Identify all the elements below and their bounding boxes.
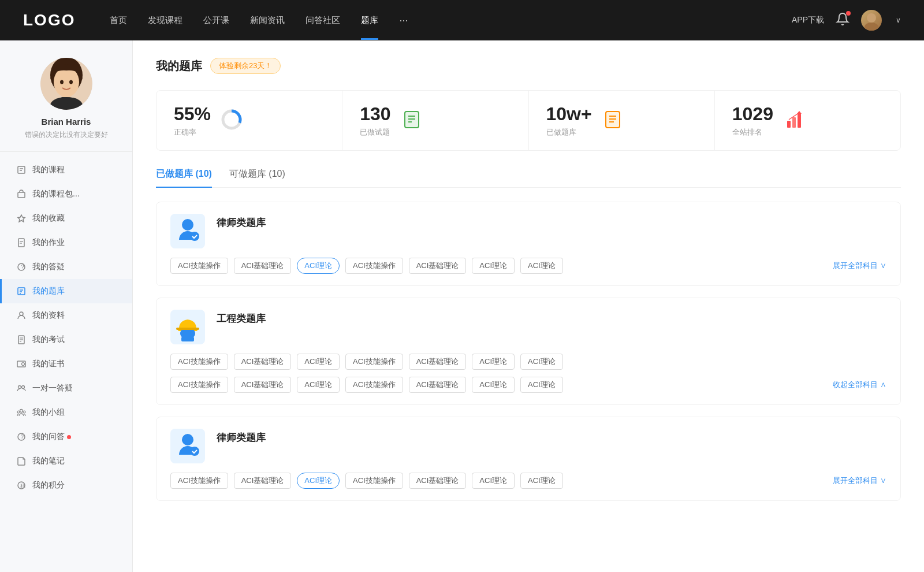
- tag-0-4[interactable]: ACI基础理论: [409, 258, 467, 274]
- tag-1-1[interactable]: ACI基础理论: [234, 354, 292, 370]
- svg-text:?: ?: [21, 434, 24, 440]
- nav-qa[interactable]: 问答社区: [305, 13, 340, 28]
- tag-1-9[interactable]: ACI理论: [297, 377, 340, 393]
- svg-point-29: [22, 363, 25, 366]
- tag-1-4[interactable]: ACI基础理论: [409, 354, 467, 370]
- tag-2-5[interactable]: ACI理论: [472, 473, 515, 489]
- expand-link-2[interactable]: 展开全部科目 ∨: [833, 476, 886, 486]
- tag-2-4[interactable]: ACI基础理论: [409, 473, 467, 489]
- tag-1-8[interactable]: ACI基础理论: [234, 377, 292, 393]
- svg-point-56: [190, 232, 199, 241]
- tag-1-12[interactable]: ACI理论: [472, 377, 515, 393]
- sidebar-item-tutoring[interactable]: 一对一答疑: [0, 376, 132, 400]
- sidebar-item-course[interactable]: 我的课程: [0, 158, 132, 182]
- svg-rect-52: [792, 117, 796, 128]
- sidebar-item-points-label: 我的积分: [32, 480, 65, 491]
- course-icon: [16, 165, 27, 175]
- sidebar-item-profile[interactable]: 我的资料: [0, 303, 132, 328]
- logo[interactable]: LOGO: [23, 11, 75, 29]
- tag-0-3[interactable]: ACI技能操作: [345, 258, 403, 274]
- done-questions-icon: [400, 108, 423, 133]
- page-header: 我的题库 体验剩余23天！: [156, 58, 901, 74]
- app-download[interactable]: APP下载: [792, 15, 824, 25]
- svg-rect-12: [18, 192, 25, 198]
- tag-0-6[interactable]: ACI理论: [520, 258, 563, 274]
- accuracy-label: 正确率: [174, 127, 211, 138]
- nav-more[interactable]: ···: [399, 14, 408, 27]
- lawyer-icon-2: [173, 432, 202, 460]
- tag-2-6[interactable]: ACI理论: [520, 473, 563, 489]
- tag-2-0[interactable]: ACI技能操作: [170, 473, 228, 489]
- tag-1-11[interactable]: ACI基础理论: [409, 377, 467, 393]
- sidebar-item-notes[interactable]: 我的笔记: [0, 449, 132, 473]
- tab-done[interactable]: 已做题库 (10): [156, 168, 212, 187]
- chart-red-icon: [783, 108, 806, 131]
- bell-button[interactable]: [836, 12, 850, 28]
- tag-1-2[interactable]: ACI理论: [297, 354, 340, 370]
- tab-available[interactable]: 可做题库 (10): [229, 168, 285, 187]
- tag-1-6[interactable]: ACI理论: [520, 354, 563, 370]
- points-icon: 积: [16, 480, 27, 491]
- notification-dot: [846, 11, 851, 16]
- svg-rect-14: [18, 239, 24, 247]
- sidebar-item-exam[interactable]: 我的考试: [0, 328, 132, 352]
- stat-done-questions: 130 已做试题: [342, 91, 528, 150]
- sidebar-item-tutoring-label: 一对一答疑: [32, 383, 73, 393]
- done-questions-value: 130: [360, 103, 390, 125]
- tag-1-10[interactable]: ACI技能操作: [345, 377, 403, 393]
- qbank-tags-row1-1: ACI技能操作 ACI基础理论 ACI理论 ACI技能操作 ACI基础理论 AC…: [170, 354, 886, 370]
- tag-0-5[interactable]: ACI理论: [472, 258, 515, 274]
- expand-link-1[interactable]: 收起全部科目 ∧: [833, 380, 886, 390]
- nav-qbank[interactable]: 题库: [361, 13, 378, 28]
- qbank-title-2: 律师类题库: [217, 431, 266, 444]
- tag-1-7[interactable]: ACI技能操作: [170, 377, 228, 393]
- main-nav: 首页 发现课程 公开课 新闻资讯 问答社区 题库 ···: [110, 13, 792, 28]
- svg-rect-59: [181, 337, 194, 341]
- homework-icon: [16, 237, 27, 248]
- sidebar-item-qa[interactable]: ? 我的答疑: [0, 255, 132, 279]
- tag-2-3[interactable]: ACI技能操作: [345, 473, 403, 489]
- svg-point-1: [865, 23, 878, 31]
- sidebar-item-package[interactable]: 我的课程包...: [0, 182, 132, 206]
- sidebar-item-group[interactable]: 我的小组: [0, 400, 132, 425]
- tag-2-1[interactable]: ACI基础理论: [234, 473, 292, 489]
- tag-1-0[interactable]: ACI技能操作: [170, 354, 228, 370]
- avatar-face-svg: [861, 10, 882, 31]
- accuracy-value: 55%: [174, 103, 211, 125]
- qbank-title-0: 律师类题库: [217, 216, 266, 229]
- tag-1-5[interactable]: ACI理论: [472, 354, 515, 370]
- sidebar-item-favorites[interactable]: 我的收藏: [0, 206, 132, 231]
- sidebar-item-myqa-label: 我的问答: [32, 432, 65, 442]
- tag-0-0[interactable]: ACI技能操作: [170, 258, 228, 274]
- svg-point-61: [182, 434, 193, 445]
- profile-avatar-svg: [40, 58, 92, 110]
- trial-badge: 体验剩余23天！: [210, 58, 281, 74]
- svg-point-7: [60, 80, 64, 84]
- tag-0-1[interactable]: ACI基础理论: [234, 258, 292, 274]
- sidebar-profile: Brian Harris 错误的决定比没有决定要好: [0, 58, 132, 152]
- expand-link-0[interactable]: 展开全部科目 ∨: [833, 261, 886, 271]
- qbank-icon-1: [170, 310, 205, 344]
- qbank-header-2: 律师类题库: [170, 429, 886, 463]
- user-avatar[interactable]: [861, 10, 882, 31]
- tag-1-3[interactable]: ACI技能操作: [345, 354, 403, 370]
- nav-home[interactable]: 首页: [110, 13, 127, 28]
- sidebar-item-cert[interactable]: 我的证书: [0, 352, 132, 376]
- nav-discover[interactable]: 发现课程: [148, 13, 182, 28]
- user-dropdown[interactable]: ∨: [896, 16, 901, 24]
- nav-news[interactable]: 新闻资讯: [250, 13, 285, 28]
- tag-1-13[interactable]: ACI理论: [520, 377, 563, 393]
- sidebar-item-cert-label: 我的证书: [32, 359, 65, 369]
- nav-opencourse[interactable]: 公开课: [203, 13, 229, 28]
- profile-name: Brian Harris: [42, 117, 91, 127]
- page-title: 我的题库: [156, 58, 202, 74]
- tag-2-2[interactable]: ACI理论: [297, 473, 340, 489]
- sidebar-item-homework[interactable]: 我的作业: [0, 231, 132, 255]
- sidebar-item-myqa[interactable]: ? 我的问答: [0, 425, 132, 449]
- sidebar-item-qbank[interactable]: 我的题库: [0, 279, 132, 303]
- svg-point-4: [54, 67, 79, 97]
- main-content: 我的题库 体验剩余23天！ 55% 正确率: [133, 40, 924, 572]
- sidebar-item-points[interactable]: 积 我的积分: [0, 473, 132, 497]
- rank-icon: [783, 108, 806, 133]
- tag-0-2[interactable]: ACI理论: [297, 258, 340, 274]
